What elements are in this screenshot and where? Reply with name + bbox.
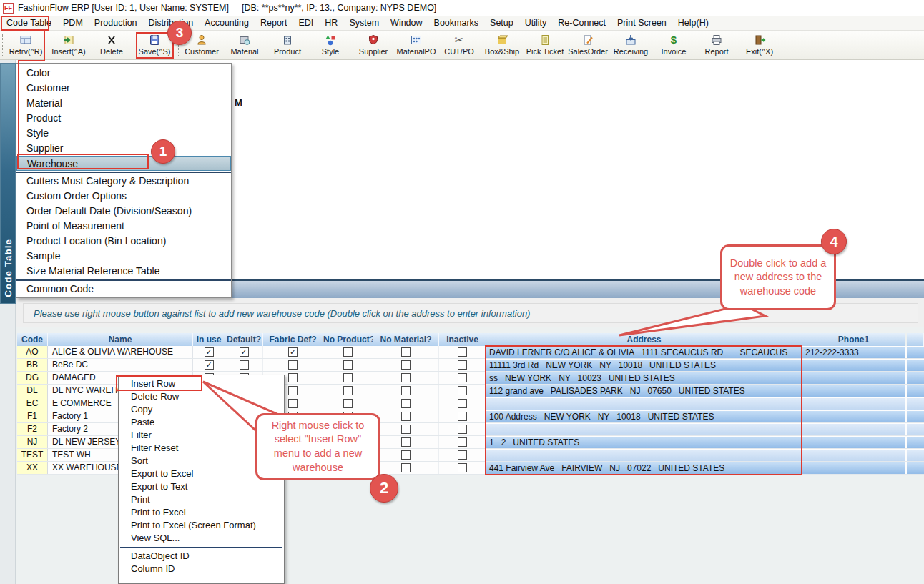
- menu-edi[interactable]: EDI: [293, 16, 319, 31]
- column-header-code[interactable]: Code: [17, 333, 48, 346]
- checkbox[interactable]: [458, 463, 467, 472]
- checkbox[interactable]: [458, 399, 467, 408]
- context-menu-item[interactable]: Print: [119, 493, 284, 506]
- column-header-no-product[interactable]: No Product?: [323, 333, 373, 346]
- sales-order-icon: [581, 33, 594, 46]
- cell-checkbox: [439, 449, 486, 461]
- menu-pdm[interactable]: PDM: [57, 16, 89, 31]
- menu-production[interactable]: Production: [89, 16, 143, 31]
- invoice-button[interactable]: $ Invoice: [652, 31, 695, 59]
- checkbox[interactable]: [288, 360, 298, 370]
- checkbox[interactable]: [458, 373, 467, 382]
- checkbox[interactable]: ✓: [288, 347, 298, 357]
- column-header-no-material[interactable]: No Material?: [373, 333, 439, 346]
- checkbox[interactable]: [240, 360, 249, 370]
- cut-po-button[interactable]: ✂ CUT/PO: [438, 31, 481, 59]
- checkbox[interactable]: [288, 373, 298, 382]
- context-menu-item[interactable]: Print to Excel: [119, 506, 284, 519]
- code-table-side-tab[interactable]: Code Table: [0, 63, 16, 304]
- context-menu-item[interactable]: DataObject ID: [119, 550, 284, 563]
- context-menu-item[interactable]: Column ID: [119, 563, 284, 575]
- code-table-menu-item[interactable]: Sample: [16, 249, 231, 264]
- checkbox[interactable]: [401, 373, 411, 382]
- checkbox[interactable]: [458, 450, 467, 460]
- checkbox[interactable]: [288, 399, 298, 408]
- menu-system[interactable]: System: [343, 16, 385, 31]
- box-ship-button[interactable]: Box&Ship: [481, 31, 524, 59]
- context-menu-item[interactable]: Export to Text: [119, 480, 284, 493]
- checkbox[interactable]: [343, 347, 353, 357]
- retrieve-button[interactable]: Retrv(^R): [4, 31, 47, 59]
- menu-utility[interactable]: Utility: [519, 16, 553, 31]
- checkbox[interactable]: [401, 347, 411, 357]
- code-table-menu-item[interactable]: Order Default Date (Division/Season): [16, 204, 231, 219]
- supplier-button[interactable]: Supplier: [352, 31, 395, 59]
- pick-ticket-button[interactable]: Pick Ticket: [524, 31, 566, 59]
- sales-order-button[interactable]: SalesOrder: [566, 31, 609, 59]
- checkbox[interactable]: [401, 463, 411, 472]
- menu-print-screen[interactable]: Print Screen: [611, 16, 672, 31]
- insert-button[interactable]: Insert(^A): [47, 31, 90, 59]
- checkbox[interactable]: ✓: [205, 360, 214, 370]
- column-header-name[interactable]: Name: [48, 333, 193, 346]
- checkbox[interactable]: [288, 386, 298, 395]
- code-table-menu-item[interactable]: Point of Measurement: [16, 219, 231, 234]
- menu-reconnect[interactable]: Re-Connect: [552, 16, 611, 31]
- code-table-menu-item[interactable]: Product: [16, 111, 231, 126]
- code-table-menu-item[interactable]: Color: [16, 66, 231, 81]
- checkbox[interactable]: [401, 425, 411, 434]
- code-table-menu-item[interactable]: Material: [16, 96, 231, 111]
- checkbox[interactable]: [343, 399, 353, 408]
- menu-window[interactable]: Window: [385, 16, 428, 31]
- code-table-menu-item[interactable]: Customer: [16, 81, 231, 96]
- product-button[interactable]: Product: [266, 31, 309, 59]
- checkbox[interactable]: [458, 425, 467, 434]
- checkbox[interactable]: [401, 360, 411, 370]
- context-menu-item[interactable]: Delete Row: [119, 390, 284, 403]
- checkbox[interactable]: [458, 437, 467, 447]
- material-po-button[interactable]: MaterialPO: [395, 31, 438, 59]
- column-header-extra[interactable]: [907, 333, 924, 346]
- context-menu-item[interactable]: Print to Excel (Screen Format): [119, 519, 284, 532]
- report-button[interactable]: Report: [695, 31, 738, 59]
- checkbox[interactable]: ✓: [205, 347, 214, 357]
- checkbox[interactable]: [401, 437, 411, 447]
- code-table-menu-item[interactable]: Cutters Must Category & Description: [16, 174, 231, 189]
- checkbox[interactable]: [458, 360, 467, 370]
- checkbox[interactable]: [401, 399, 411, 408]
- checkbox[interactable]: [343, 373, 353, 382]
- delete-button[interactable]: Delete: [90, 31, 133, 59]
- checkbox[interactable]: ✓: [240, 347, 249, 357]
- menu-accounting[interactable]: Accounting: [199, 16, 255, 31]
- cell-extra: [907, 385, 924, 397]
- column-header-inactive[interactable]: Inactive: [439, 333, 486, 346]
- checkbox[interactable]: [343, 386, 353, 395]
- context-menu-item[interactable]: View SQL...: [119, 532, 284, 545]
- checkbox[interactable]: [458, 386, 467, 395]
- code-table-menu-item[interactable]: Custom Order Options: [16, 189, 231, 204]
- menu-help[interactable]: Help(H): [672, 16, 714, 31]
- checkbox[interactable]: [343, 360, 353, 370]
- code-table-menu-item[interactable]: Common Code: [16, 282, 231, 297]
- checkbox[interactable]: [401, 412, 411, 421]
- column-header-fabric-def[interactable]: Fabric Def?: [263, 333, 323, 346]
- checkbox[interactable]: [458, 347, 467, 357]
- column-header-phone1[interactable]: Phone1: [802, 333, 905, 346]
- checkbox[interactable]: [401, 386, 411, 395]
- menu-bookmarks[interactable]: Bookmarks: [428, 16, 485, 31]
- checkbox[interactable]: [401, 450, 411, 460]
- code-table-menu-item[interactable]: Product Location (Bin Location): [16, 234, 231, 249]
- receiving-button[interactable]: Receiving: [609, 31, 652, 59]
- column-header-default[interactable]: Default?: [225, 333, 263, 346]
- menu-setup[interactable]: Setup: [484, 16, 519, 31]
- exit-button[interactable]: Exit(^X): [738, 31, 781, 59]
- column-header-in-use[interactable]: In use: [193, 333, 225, 346]
- menu-report[interactable]: Report: [255, 16, 293, 31]
- column-header-address[interactable]: Address: [486, 333, 802, 346]
- style-button[interactable]: Style: [309, 31, 352, 59]
- code-table-menu-item[interactable]: Style: [16, 126, 231, 141]
- checkbox[interactable]: [458, 412, 467, 421]
- code-table-menu-item[interactable]: Size Material Reference Table: [16, 264, 231, 279]
- material-button[interactable]: Material: [223, 31, 266, 59]
- menu-hr[interactable]: HR: [319, 16, 343, 31]
